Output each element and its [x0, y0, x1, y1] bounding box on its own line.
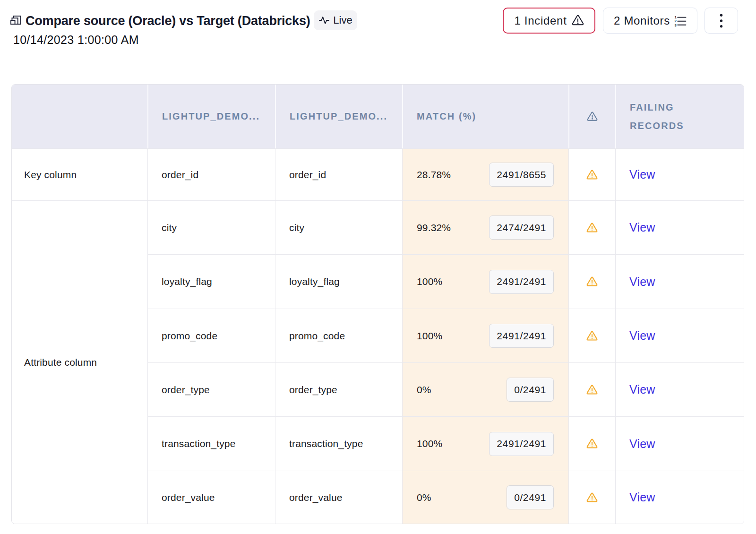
svg-text:3: 3: [674, 23, 677, 26]
